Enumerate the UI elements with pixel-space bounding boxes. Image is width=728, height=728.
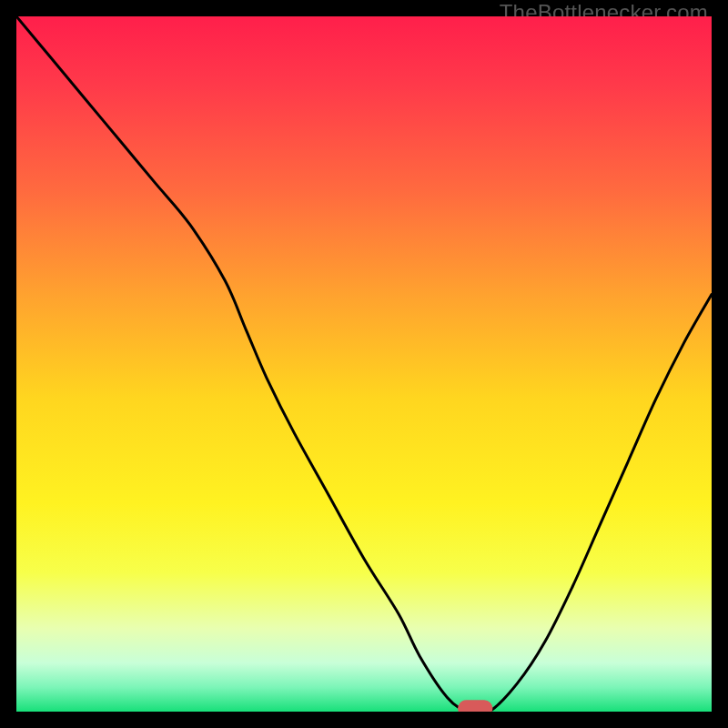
optimal-marker	[458, 700, 492, 712]
gradient-background	[16, 16, 712, 712]
chart-svg	[16, 16, 712, 712]
chart-frame: TheBottleneсker.com	[0, 0, 728, 728]
chart-plot-area	[16, 16, 712, 712]
